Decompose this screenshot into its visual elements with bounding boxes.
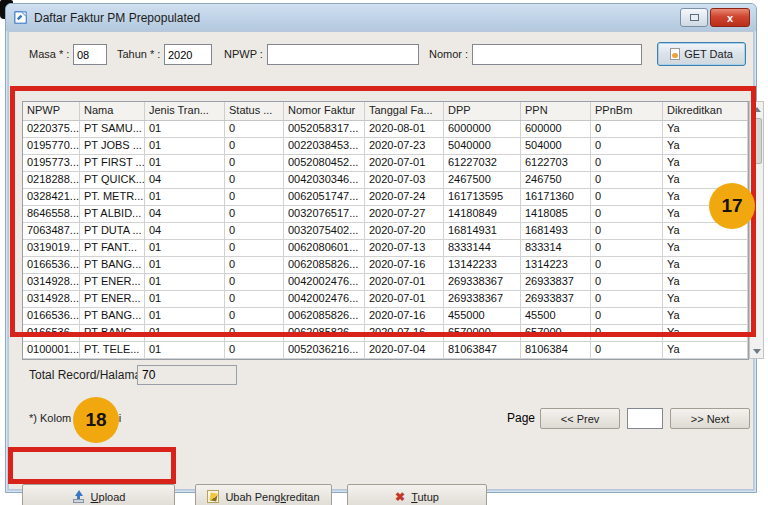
column-header[interactable]: NPWP	[23, 102, 80, 120]
table-cell: PT BANG...	[80, 325, 145, 341]
table-cell: 2020-07-16	[365, 325, 444, 341]
dialog-body: Masa * : Tahun * : NPWP : Nomor : GET Da…	[8, 31, 754, 490]
table-cell: 0	[225, 172, 284, 188]
tutup-label: Tutup	[411, 491, 439, 503]
table-cell: 5040000	[444, 138, 521, 154]
table-cell: 0062085826...	[284, 308, 365, 324]
table-cell: 0	[225, 274, 284, 290]
scroll-down-icon[interactable]	[750, 344, 763, 358]
get-data-label: GET Data	[684, 48, 733, 60]
table-cell: 0195773...	[23, 155, 80, 171]
table-cell: PT BANG...	[80, 257, 145, 273]
table-cell: 0	[225, 240, 284, 256]
table-cell: 01	[145, 257, 225, 273]
column-header[interactable]: Tanggal Fa...	[365, 102, 444, 120]
masa-input[interactable]	[73, 44, 107, 65]
close-x-icon: ✖	[395, 490, 405, 504]
table-cell: 0	[591, 121, 663, 137]
table-cell: 8333144	[444, 240, 521, 256]
table-row[interactable]: 0220375...PT SAMU...0100052058317...2020…	[23, 121, 748, 138]
table-cell: 0	[225, 138, 284, 154]
screen: Daftar Faktur PM Prepopulated x Masa * :…	[0, 0, 768, 505]
table-scrollbar[interactable]	[749, 101, 764, 359]
tutup-button[interactable]: ✖ Tutup	[347, 484, 487, 505]
table-cell: 14180849	[444, 206, 521, 222]
close-button[interactable]: x	[710, 8, 750, 27]
table-cell: Ya	[663, 257, 748, 273]
filter-bar: Masa * : Tahun * : NPWP : Nomor : GET Da…	[9, 44, 753, 68]
npwp-label: NPWP :	[224, 48, 263, 60]
npwp-input[interactable]	[267, 44, 419, 65]
table-cell: Ya	[663, 155, 748, 171]
upload-label: Upload	[91, 491, 126, 503]
table-cell: 0052058317...	[284, 121, 365, 137]
table-cell: 0062085826...	[284, 325, 365, 341]
ubah-pengkreditan-button[interactable]: Ubah Pengkreditan	[195, 484, 332, 505]
table-cell: 0062080601...	[284, 240, 365, 256]
table-cell: 0	[591, 138, 663, 154]
column-header[interactable]: PPN	[521, 102, 591, 120]
table-cell: 45500	[521, 308, 591, 324]
scroll-up-icon[interactable]	[750, 102, 763, 116]
table-cell: 0	[225, 121, 284, 137]
page-number-input[interactable]	[627, 408, 663, 429]
table-cell: 01	[145, 274, 225, 290]
get-data-button[interactable]: GET Data	[657, 42, 746, 66]
table-cell: 0	[225, 189, 284, 205]
table-cell: 0	[225, 325, 284, 341]
next-page-button[interactable]: >> Next	[670, 408, 750, 429]
table-row[interactable]: 0218288...PT QUICK...0400042030346...202…	[23, 172, 748, 189]
table-row[interactable]: 0328421...PT. METR...0100062051747...202…	[23, 189, 748, 206]
next-page-label: >> Next	[691, 413, 730, 425]
table-row[interactable]: 0166536...PT BANG...0100062085826...2020…	[23, 325, 748, 342]
table-row[interactable]: 8646558...PT ALBID...0400032076517...202…	[23, 206, 748, 223]
table-cell: PT SAMU...	[80, 121, 145, 137]
table-cell: 0	[591, 274, 663, 290]
table-cell: 2020-07-27	[365, 206, 444, 222]
table-cell: 26933837	[521, 291, 591, 307]
table-cell: 0314928...	[23, 274, 80, 290]
upload-button[interactable]: Upload	[22, 484, 175, 505]
column-header[interactable]: Dikreditkan	[663, 102, 748, 120]
table-cell: 2020-07-16	[365, 257, 444, 273]
column-header[interactable]: Nomor Faktur	[284, 102, 365, 120]
table-cell: 2020-07-03	[365, 172, 444, 188]
table-cell: 01	[145, 138, 225, 154]
table-cell: 2467500	[444, 172, 521, 188]
scrollbar-thumb[interactable]	[751, 118, 762, 164]
column-header[interactable]: PPnBm	[591, 102, 663, 120]
nomor-input[interactable]	[472, 44, 642, 65]
table-row[interactable]: 0195770...PT JOBS ...0100022038453...202…	[23, 138, 748, 155]
table-cell: 0	[591, 155, 663, 171]
step18-badge: 18	[73, 397, 119, 443]
column-header[interactable]: Status ...	[225, 102, 284, 120]
table-cell: 0	[225, 257, 284, 273]
table-row[interactable]: 0166536...PT BANG...0100062085826...2020…	[23, 257, 748, 274]
column-header[interactable]: DPP	[444, 102, 521, 120]
table-cell: 455000	[444, 308, 521, 324]
table-cell: 8646558...	[23, 206, 80, 222]
table-cell: PT FANT...	[80, 240, 145, 256]
table-row[interactable]: 0100001...PT. TELE...0100052036216...202…	[23, 342, 748, 359]
table-row[interactable]: 0166536...PT BANG...0100062085826...2020…	[23, 308, 748, 325]
table-row[interactable]: 0319019...PT FANT...0100062080601...2020…	[23, 240, 748, 257]
title-bar[interactable]: Daftar Faktur PM Prepopulated x	[6, 4, 756, 31]
table-cell: 2020-07-16	[365, 308, 444, 324]
tahun-input[interactable]	[164, 44, 212, 65]
prev-page-button[interactable]: << Prev	[540, 408, 620, 429]
column-header[interactable]: Jenis Tran...	[145, 102, 225, 120]
table-row[interactable]: 0314928...PT ENER...0100042002476...2020…	[23, 274, 748, 291]
table-cell: 6122703	[521, 155, 591, 171]
table-row[interactable]: 7063487...PT DUTA ...0400032075402...202…	[23, 223, 748, 240]
table-cell: 269338367	[444, 291, 521, 307]
table-row[interactable]: 0195773...PT FIRST ...0100052080452...20…	[23, 155, 748, 172]
masa-label: Masa * :	[29, 48, 69, 60]
restore-button[interactable]	[680, 8, 708, 27]
table-row[interactable]: 0314928...PT ENER...0100042002476...2020…	[23, 291, 748, 308]
table-cell: 0319019...	[23, 240, 80, 256]
column-header[interactable]: Nama	[80, 102, 145, 120]
table-cell: 0	[591, 223, 663, 239]
table-cell: 0	[591, 172, 663, 188]
tahun-label: Tahun * :	[117, 48, 160, 60]
total-record-label: Total Record/Halaman :	[29, 368, 154, 382]
